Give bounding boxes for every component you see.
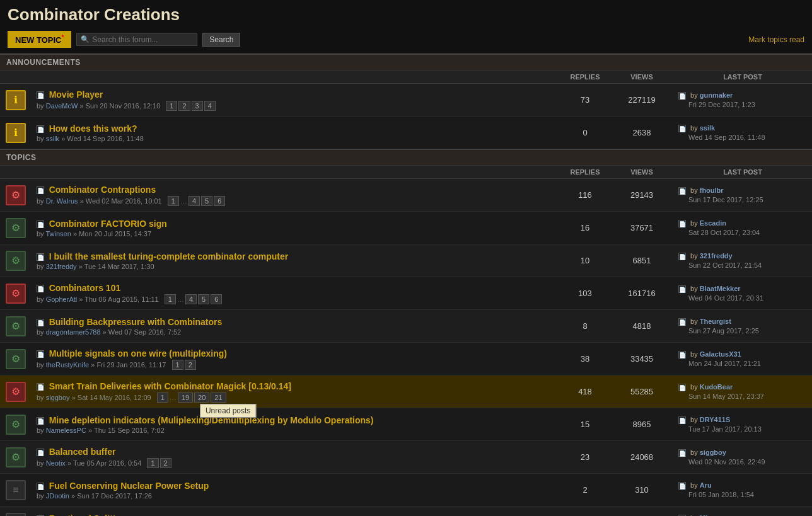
last-post: 📄 by Escadin Sat 28 Oct 2017, 23:04 bbox=[673, 217, 812, 239]
hot-topic-icon: ⚙ bbox=[6, 382, 26, 402]
last-post: 📄 by BlaatMekker Wed 04 Oct 2017, 20:31 bbox=[673, 282, 812, 304]
lastpost-author[interactable]: Escadin bbox=[700, 219, 726, 227]
replies-count: 73 bbox=[560, 95, 610, 105]
last-post: 📄 by GalactusX31 Mon 24 Jul 2017, 21:21 bbox=[673, 348, 812, 370]
lastpost-icon: 📄 bbox=[678, 384, 686, 391]
topic-author[interactable]: NamelessPC bbox=[46, 427, 86, 434]
views-count: 6851 bbox=[610, 256, 673, 265]
topic-author[interactable]: Neotix bbox=[46, 459, 66, 467]
topic-author[interactable]: 321freddy bbox=[46, 263, 77, 270]
lastpost-icon: 📄 bbox=[678, 92, 686, 100]
new-topic-button[interactable]: NEW TOPIC* bbox=[8, 31, 71, 48]
lastpost-icon: 📄 bbox=[678, 449, 686, 457]
search-input[interactable] bbox=[92, 35, 193, 44]
lastpost-author[interactable]: KudoBear bbox=[700, 383, 733, 391]
topic-type-icon: 📄 bbox=[37, 319, 44, 326]
topic-type-icon: 📄 bbox=[37, 417, 44, 425]
views-count: 161716 bbox=[610, 289, 673, 298]
search-icon: 🔍 bbox=[81, 35, 90, 43]
announcements-section-header: ANNOUNCEMENTS bbox=[0, 54, 812, 71]
topic-title[interactable]: Combinator Contraptions bbox=[49, 185, 156, 195]
topic-author[interactable]: siggboy bbox=[46, 394, 70, 401]
topic-author[interactable]: GopherAtl bbox=[46, 295, 78, 303]
topic-author[interactable]: theRustyKnife bbox=[46, 361, 89, 369]
lastpost-author[interactable]: 321freddy bbox=[700, 252, 733, 260]
lastpost-author[interactable]: fhoulbr bbox=[700, 186, 724, 194]
topic-title[interactable]: Combinator FACTORIO sign bbox=[49, 219, 167, 229]
lastpost-icon: 📄 bbox=[678, 253, 686, 260]
lastpost-icon: 📄 bbox=[678, 482, 686, 490]
last-post: 📄 by 321freddy Sun 22 Oct 2017, 21:54 bbox=[673, 249, 812, 272]
hot-topic-icon: ⚙ bbox=[6, 185, 26, 205]
topic-type-icon: 📄 bbox=[37, 449, 44, 456]
replies-count: 8 bbox=[560, 321, 610, 331]
topic-title[interactable]: Combinators 101 bbox=[49, 283, 121, 293]
lastpost-author[interactable]: Theurgist bbox=[700, 318, 731, 325]
topic-title[interactable]: Multiple signals on one wire (multiplexi… bbox=[49, 348, 227, 358]
last-post: 📄 by siggboy Wed 02 Nov 2016, 22:49 bbox=[673, 446, 812, 468]
last-post: 📄 by KudoBear Sun 14 May 2017, 23:37 bbox=[673, 381, 812, 403]
replies-count: 2 bbox=[560, 485, 610, 495]
announcements-col-headers: REPLIES VIEWS LAST POST bbox=[0, 71, 812, 84]
lastpost-icon: 📄 bbox=[678, 416, 686, 424]
lastpost-author[interactable]: Aru bbox=[700, 481, 712, 489]
topic-title[interactable]: Balanced buffer bbox=[49, 447, 116, 457]
pagination: 1 2 3 4 bbox=[166, 101, 216, 111]
normal-topic-icon: ⚙ bbox=[6, 447, 26, 467]
replies-count: 418 bbox=[560, 387, 610, 396]
announcement-icon: ℹ bbox=[6, 90, 26, 110]
lastpost-icon: 📄 bbox=[678, 125, 686, 132]
replies-count: 0 bbox=[560, 128, 610, 137]
lastpost-icon: 📄 bbox=[678, 285, 686, 293]
topic-type-icon: 📄 bbox=[37, 350, 44, 358]
lastpost-author[interactable]: GalactusX31 bbox=[700, 350, 741, 358]
topic-type-icon: 📄 bbox=[37, 186, 44, 194]
replies-count: 15 bbox=[560, 420, 610, 429]
lastpost-author[interactable]: siggboy bbox=[700, 449, 726, 456]
table-row: ℹ 📄 Movie Player by DaveMcW » Sun 20 Nov… bbox=[0, 84, 812, 117]
topic-author[interactable]: Twinsen bbox=[45, 230, 71, 238]
pagination: 1 2 bbox=[172, 360, 196, 370]
topic-author[interactable]: Dr. Walrus bbox=[46, 197, 78, 205]
replies-count: 16 bbox=[560, 223, 610, 232]
search-button[interactable]: Search bbox=[202, 33, 240, 47]
lastpost-author[interactable]: BlaatMekker bbox=[700, 285, 741, 292]
last-post: 📄 by ssilk Wed 14 Sep 2016, 11:48 bbox=[673, 122, 812, 144]
table-row: ⚙ 📄 Balanced buffer by Neotix » Tue 05 A… bbox=[0, 441, 812, 474]
replies-count: 38 bbox=[560, 354, 610, 364]
site-title: Combinator Creations bbox=[8, 5, 804, 25]
views-count: 227119 bbox=[610, 95, 673, 105]
topic-title[interactable]: I built the smallest turing-complete com… bbox=[49, 251, 289, 261]
topic-icon-col: ℹ bbox=[0, 123, 32, 143]
topic-title[interactable]: Movie Player bbox=[49, 89, 103, 100]
normal-topic-icon: ⚙ bbox=[6, 415, 26, 435]
announcement-icon: ℹ bbox=[6, 123, 26, 143]
topic-title[interactable]: Fractional Splitter bbox=[49, 513, 124, 516]
pagination: 1 … 4 5 6 bbox=[168, 196, 226, 206]
topic-author[interactable]: dragontamer5788 bbox=[46, 328, 101, 336]
topic-type-icon: 📄 bbox=[37, 253, 44, 261]
lastpost-author[interactable]: DRY411S bbox=[700, 416, 731, 423]
table-row: ≡ 📄 Fractional Splitter by Mimos » Fri 0… bbox=[0, 507, 812, 516]
last-post: 📄 by fhoulbr Sun 17 Dec 2017, 12:25 bbox=[673, 184, 812, 206]
lastpost-author[interactable]: ssilk bbox=[700, 124, 715, 132]
pagination: 1 … 19 20 21 bbox=[157, 393, 226, 403]
lastpost-author[interactable]: gunmaker bbox=[700, 91, 733, 99]
topic-title[interactable]: Smart Train Deliveries with Combinator M… bbox=[49, 381, 291, 391]
topic-author[interactable]: ssilk bbox=[46, 135, 59, 142]
normal-topic-icon: ⚙ bbox=[6, 251, 26, 271]
last-post: 📄 by gunmaker Fri 29 Dec 2017, 1:23 bbox=[673, 89, 812, 111]
topic-title[interactable]: How does this work? bbox=[49, 123, 137, 134]
topic-author[interactable]: DaveMcW bbox=[46, 102, 78, 110]
mark-topics-read-link[interactable]: Mark topics read bbox=[748, 35, 804, 44]
last-post: 📄 by DRY411S Tue 17 Jan 2017, 20:13 bbox=[673, 413, 812, 435]
lastpost-icon: 📄 bbox=[678, 351, 686, 358]
normal-topic-icon: ⚙ bbox=[6, 349, 26, 369]
pagination: 1 2 bbox=[147, 458, 171, 468]
tooltip-text: Unread posts bbox=[200, 404, 256, 418]
topic-type-icon: 📄 bbox=[37, 221, 44, 228]
unread-topic-icon: ≡ bbox=[6, 513, 26, 516]
topic-title[interactable]: Fuel Conserving Nuclear Power Setup bbox=[49, 481, 209, 491]
topic-author[interactable]: JDootin bbox=[46, 492, 69, 500]
topic-title[interactable]: Building Backpressure with Combinators bbox=[49, 317, 223, 327]
